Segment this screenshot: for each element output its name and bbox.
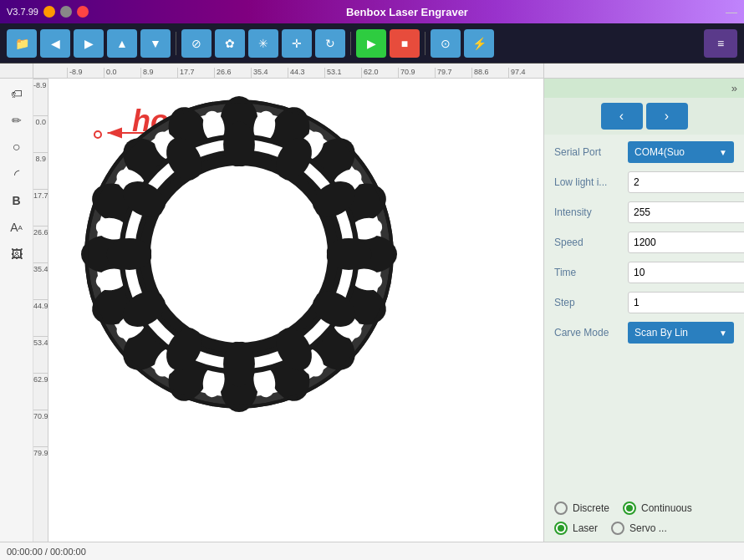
laser-radio[interactable]: Laser — [554, 522, 598, 535]
settings-button[interactable]: ⊙ — [431, 29, 461, 58]
carve-mode-select[interactable]: Scan By Lin ▼ — [628, 322, 734, 344]
speed-row: Speed — [554, 232, 734, 253]
ruler-mark-v: 62.9 — [33, 373, 48, 410]
play-button[interactable]: ▶ — [356, 29, 386, 58]
asterisk-button[interactable]: ✳ — [248, 29, 278, 58]
ruler-mark: -8.9 — [67, 68, 104, 78]
nav-down-button[interactable]: ▼ — [140, 29, 171, 58]
ruler-mark-v: 0.0 — [33, 115, 48, 152]
image-tool-button[interactable]: 🖼 — [5, 242, 28, 266]
curve-tool-button[interactable]: ◜ — [5, 162, 28, 186]
nav-back-button[interactable]: ‹ — [601, 103, 643, 130]
chevron-down-icon: ▼ — [719, 148, 727, 157]
ruler-mark: 17.7 — [177, 68, 214, 78]
crosshair-button[interactable]: ✛ — [282, 29, 312, 58]
refresh-button[interactable]: ↻ — [315, 29, 345, 58]
intensity-input[interactable] — [628, 201, 744, 223]
ruler-mark: 26.6 — [214, 68, 251, 78]
titlebar-btn-orange[interactable] — [43, 6, 55, 18]
laser-label: Laser — [573, 522, 598, 534]
ruler-mark-v: 70.9 — [33, 410, 48, 446]
svg-point-40 — [223, 121, 255, 167]
low-light-row: Low light i... — [554, 171, 734, 193]
carve-mode-label: Carve Mode — [554, 327, 621, 339]
canvas-image — [64, 79, 415, 430]
ruler-mark: 70.9 — [398, 68, 435, 78]
time-row: Time — [554, 262, 734, 283]
speed-label: Speed — [554, 237, 621, 248]
text-tool-button[interactable]: AA — [5, 216, 28, 239]
ruler-mark-v: 53.4 — [33, 336, 48, 373]
ruler-mark-v: -8.9 — [33, 79, 48, 115]
svg-point-43 — [326, 238, 372, 270]
nav-left-button[interactable]: ◀ — [40, 29, 70, 58]
nav-forward-button[interactable]: › — [646, 103, 688, 130]
titlebar-btn-red[interactable] — [77, 6, 89, 18]
titlebar-btn-gray[interactable] — [60, 6, 72, 18]
serial-port-select[interactable]: COM4(Suo ▼ — [628, 141, 734, 163]
intensity-row: Intensity — [554, 201, 734, 223]
chevron-down-icon: ▼ — [719, 328, 727, 338]
menu-button[interactable]: ≡ — [704, 29, 737, 58]
nav-up-button[interactable]: ▲ — [107, 29, 137, 58]
circle-tool-button[interactable]: ○ — [5, 135, 28, 159]
servo-label: Servo ... — [629, 522, 667, 534]
serial-port-label: Serial Port — [554, 146, 621, 158]
time-label: Time — [554, 267, 621, 278]
laser-radio-circle — [554, 522, 568, 535]
statusbar: 00:00:00 / 00:00:00 — [0, 542, 744, 560]
ruler-horizontal: -8.9 0.0 8.9 17.7 26.6 35.4 44.3 53.1 62… — [67, 64, 543, 79]
right-panel-form: Serial Port COM4(Suo ▼ Low light i... In… — [544, 135, 744, 495]
discrete-radio[interactable]: Discrete — [554, 501, 609, 515]
left-toolbar: 🏷 ✏ ○ ◜ B AA 🖼 — [0, 79, 33, 542]
carve-mode-row: Carve Mode Scan By Lin ▼ — [554, 322, 734, 344]
speed-input[interactable] — [628, 232, 744, 253]
ruler-mark: 44.3 — [288, 68, 324, 78]
time-input[interactable] — [628, 262, 744, 283]
laser-servo-row: Laser Servo ... — [554, 522, 734, 535]
discrete-label: Discrete — [573, 502, 609, 514]
main-area: 🏷 ✏ ○ ◜ B AA 🖼 -8.9 0.0 8.9 17.7 26.6 35… — [0, 79, 744, 542]
pencil-tool-button[interactable]: ✏ — [5, 109, 28, 132]
svg-point-49 — [106, 238, 152, 270]
servo-radio[interactable]: Servo ... — [611, 522, 667, 535]
titlebar-left: V3.7.99 — [7, 6, 89, 18]
ruler-mark-v: 44.9 — [33, 299, 48, 336]
ruler-mark: 88.6 — [471, 68, 508, 78]
bolt-button[interactable]: ⚡ — [464, 29, 494, 58]
stop-button[interactable]: ■ — [390, 29, 420, 58]
low-light-label: Low light i... — [554, 176, 621, 188]
servo-radio-circle — [611, 522, 624, 535]
canvas-area[interactable]: -8.9 0.0 8.9 17.7 26.6 35.4 44.9 53.4 62… — [33, 79, 543, 542]
ruler-mark-v: 26.6 — [33, 226, 48, 262]
serial-port-row: Serial Port COM4(Suo ▼ — [554, 141, 734, 163]
tag-tool-button[interactable]: 🏷 — [5, 82, 28, 105]
ruler-mark-v: 35.4 — [33, 262, 48, 299]
step-input[interactable] — [628, 292, 744, 313]
continuous-radio[interactable]: Continuous — [623, 501, 692, 515]
ruler-mark: 53.1 — [324, 68, 361, 78]
ruler-mark-v: 17.7 — [33, 189, 48, 226]
open-folder-button[interactable]: 📁 — [7, 29, 37, 58]
bold-tool-button[interactable]: B — [5, 189, 28, 212]
stop-circle-button[interactable]: ⊘ — [181, 29, 211, 58]
ruler-mark: 79.7 — [435, 68, 471, 78]
svg-point-46 — [223, 341, 255, 387]
collapse-panel-button[interactable]: » — [731, 82, 737, 94]
ruler-mark-v: 8.9 — [33, 152, 48, 189]
ruler-mark-v: 79.9 — [33, 446, 48, 483]
sun-button[interactable]: ✿ — [215, 29, 245, 58]
low-light-input[interactable] — [628, 171, 744, 193]
titlebar-version: V3.7.99 — [7, 7, 38, 17]
ruler-vertical: -8.9 0.0 8.9 17.7 26.6 35.4 44.9 53.4 62… — [33, 79, 48, 542]
ruler-mark: 62.0 — [361, 68, 398, 78]
titlebar-minimize[interactable]: — — [726, 5, 737, 18]
continuous-label: Continuous — [641, 502, 692, 514]
titlebar: V3.7.99 Benbox Laser Engraver — — [0, 0, 744, 23]
discrete-radio-circle — [554, 501, 568, 515]
canvas-content: home — [48, 79, 543, 542]
status-time: 00:00:00 / 00:00:00 — [7, 547, 86, 557]
nav-right-button[interactable]: ▶ — [74, 29, 104, 58]
intensity-label: Intensity — [554, 206, 621, 218]
svg-point-52 — [151, 166, 327, 342]
